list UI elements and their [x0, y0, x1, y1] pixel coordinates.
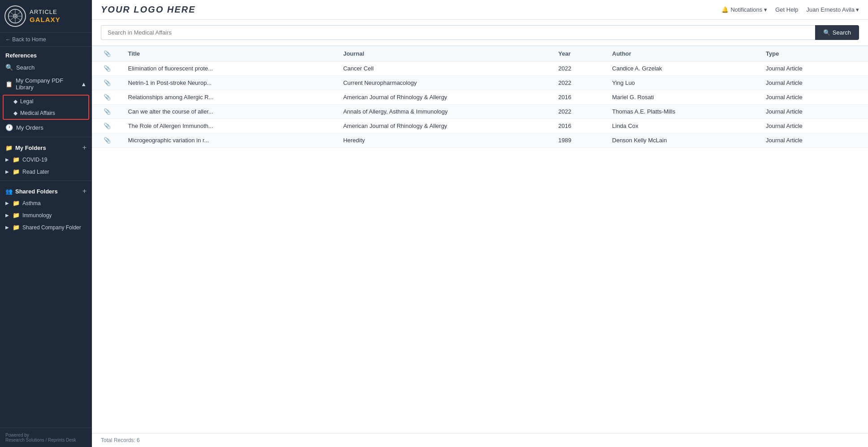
add-folder-button[interactable]: + [82, 144, 87, 152]
row-author: Candice A. Grzelak [607, 61, 760, 76]
folder-label: Read Later [22, 169, 49, 175]
table-row[interactable]: 📎 Netrin-1 in Post-stroke Neurop... Curr… [92, 76, 868, 90]
row-author: Thomas A.E. Platts-Mills [607, 105, 760, 119]
table-row[interactable]: 📎 Microgeographic variation in r... Here… [92, 133, 868, 148]
app-logo-text: ARTICLE GALAXY [30, 9, 61, 24]
shared-folders-header: 👥 Shared Folders + [0, 184, 92, 197]
shared-folder-company[interactable]: ▶ 📁 Shared Company Folder [0, 221, 92, 233]
row-title: Can we alter the course of aller... [123, 105, 338, 119]
company-pdf-icon: 📋 [5, 81, 13, 88]
logo-galaxy: GALAXY [30, 16, 61, 24]
row-journal: American Journal of Rhinology & Allergy [338, 119, 553, 133]
folder-icon: 📁 [13, 200, 20, 206]
row-year: 2022 [553, 76, 607, 90]
table-row[interactable]: 📎 Can we alter the course of aller... An… [92, 105, 868, 119]
row-year: 2016 [553, 119, 607, 133]
user-chevron-icon: ▾ [856, 6, 859, 13]
table-row[interactable]: 📎 Elimination of fluorescent prote... Ca… [92, 61, 868, 76]
row-year: 2022 [553, 105, 607, 119]
row-type: Journal Article [760, 76, 868, 90]
bell-icon: 🔔 [721, 6, 729, 13]
user-menu[interactable]: Juan Ernesto Avila ▾ [807, 6, 859, 13]
notif-chevron-icon: ▾ [764, 6, 767, 13]
references-table: 📎 Title Journal Year Author Type 📎 Elimi… [92, 46, 868, 148]
col-header-author[interactable]: Author [607, 46, 760, 61]
search-input[interactable] [101, 25, 815, 40]
chevron-right-icon: ▶ [5, 169, 9, 174]
row-journal: Current Neuropharmacology [338, 76, 553, 90]
my-company-pdf-header[interactable]: 📋 My Company PDF Library ▲ [0, 74, 92, 94]
back-to-home-link[interactable]: ← Back to Home [5, 36, 46, 43]
total-records: Total Records: 6 [101, 437, 140, 443]
col-header-journal[interactable]: Journal [338, 46, 553, 61]
search-icon: 🔍 [823, 29, 830, 36]
sidebar-logo: ARTICLE GALAXY [0, 0, 92, 33]
row-type: Journal Article [760, 90, 868, 105]
folder-label: COVID-19 [22, 157, 47, 163]
table-header-row: 📎 Title Journal Year Author Type [92, 46, 868, 61]
row-clip: 📎 [92, 61, 123, 76]
sidebar-item-search[interactable]: 🔍 Search [0, 61, 92, 74]
sidebar-item-legal[interactable]: ◆ Legal [4, 96, 88, 107]
legal-icon: ◆ [13, 98, 17, 105]
notifications-label: Notifications [730, 6, 762, 13]
my-orders-label: My Orders [16, 124, 43, 131]
folder-covid19[interactable]: ▶ 📁 COVID-19 [0, 153, 92, 166]
row-year: 2016 [553, 90, 607, 105]
col-header-title[interactable]: Title [123, 46, 338, 61]
row-type: Journal Article [760, 119, 868, 133]
row-clip: 📎 [92, 105, 123, 119]
folder-label: Asthma [22, 200, 41, 206]
col-header-clip: 📎 [92, 46, 123, 61]
row-author: Mariel G. Rosati [607, 90, 760, 105]
sidebar-item-medical-affairs[interactable]: ◆ Medical Affairs [4, 107, 88, 119]
chevron-right-icon: ▶ [5, 213, 9, 218]
powered-by: Powered by Research Solutions / Reprints… [0, 428, 92, 447]
search-bar: 🔍 Search [92, 20, 868, 46]
col-header-year[interactable]: Year [553, 46, 607, 61]
references-section-label: References [0, 47, 92, 61]
my-folders-label: My Folders [15, 145, 46, 151]
table-row[interactable]: 📎 The Role of Allergen Immunoth... Ameri… [92, 119, 868, 133]
folder-label: Immunology [22, 212, 52, 219]
topbar-right: 🔔 Notifications ▾ Get Help Juan Ernesto … [721, 6, 859, 13]
shared-folder-asthma[interactable]: ▶ 📁 Asthma [0, 197, 92, 209]
shared-folders-label: Shared Folders [15, 188, 58, 195]
my-folders-header: 📁 My Folders + [0, 140, 92, 153]
row-title: The Role of Allergen Immunoth... [123, 119, 338, 133]
row-author: Ying Luo [607, 76, 760, 90]
sidebar-item-my-orders[interactable]: 🕐 My Orders [0, 121, 92, 134]
folder-icon: 📁 [13, 156, 20, 163]
folder-read-later[interactable]: ▶ 📁 Read Later [0, 166, 92, 178]
logo-icon [4, 5, 26, 27]
search-button[interactable]: 🔍 Search [815, 25, 859, 40]
row-journal: Cancer Cell [338, 61, 553, 76]
my-folders-section: 📁 My Folders + ▶ 📁 COVID-19 ▶ 📁 Read Lat… [0, 137, 92, 178]
notifications-button[interactable]: 🔔 Notifications ▾ [721, 6, 767, 13]
row-clip: 📎 [92, 133, 123, 148]
row-title: Microgeographic variation in r... [123, 133, 338, 148]
chevron-right-icon: ▶ [5, 201, 9, 206]
folder-icon: 📁 [13, 224, 20, 231]
search-button-label: Search [833, 29, 851, 36]
add-shared-folder-button[interactable]: + [82, 187, 87, 195]
get-help-link[interactable]: Get Help [775, 6, 798, 13]
row-type: Journal Article [760, 61, 868, 76]
shared-folder-immunology[interactable]: ▶ 📁 Immunology [0, 209, 92, 221]
back-to-home[interactable]: ← Back to Home [0, 33, 92, 47]
chevron-right-icon: ▶ [5, 157, 9, 162]
legal-label: Legal [20, 98, 33, 105]
medical-affairs-label: Medical Affairs [20, 110, 55, 116]
table-row[interactable]: 📎 Relationships among Allergic R... Amer… [92, 90, 868, 105]
col-header-type[interactable]: Type [760, 46, 868, 61]
footer: Total Records: 6 [92, 433, 868, 447]
topbar: YOUR LOGO HERE 🔔 Notifications ▾ Get Hel… [92, 0, 868, 20]
sidebar-search-label: Search [16, 64, 35, 71]
row-clip: 📎 [92, 90, 123, 105]
row-clip: 📎 [92, 76, 123, 90]
row-title: Netrin-1 in Post-stroke Neurop... [123, 76, 338, 90]
row-title: Elimination of fluorescent prote... [123, 61, 338, 76]
topbar-logo: YOUR LOGO HERE [101, 4, 195, 15]
row-journal: Annals of Allergy, Asthma & Immunology [338, 105, 553, 119]
row-title: Relationships among Allergic R... [123, 90, 338, 105]
